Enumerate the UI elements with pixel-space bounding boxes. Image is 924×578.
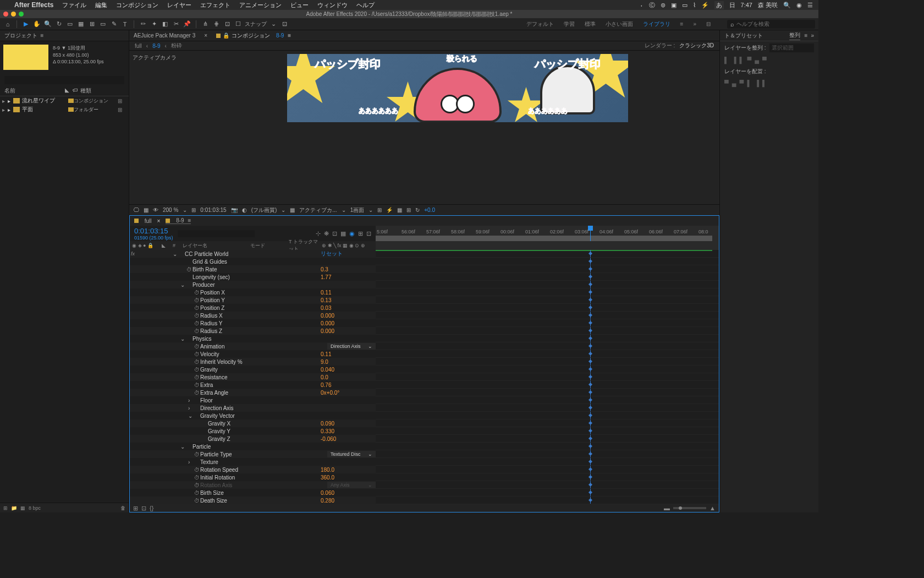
tl-tab-8-9[interactable]: 8-9 ≡ (166, 217, 191, 224)
property-row[interactable]: ›Floor (130, 396, 376, 404)
workspace-overflow-icon[interactable]: » (693, 21, 696, 27)
property-value[interactable]: 9.0 (321, 359, 376, 365)
playhead[interactable] (590, 226, 591, 241)
shape-tool[interactable]: ▭ (98, 20, 107, 29)
exposure-icon[interactable]: ↻ (415, 207, 420, 213)
project-search-input[interactable] (4, 76, 124, 84)
property-row[interactable]: ⏱Radius X0.000 (130, 312, 376, 319)
property-value[interactable]: -0.060 (321, 436, 376, 442)
menu-animation[interactable]: アニメーション (239, 1, 282, 9)
property-row[interactable]: ⌄Physics (130, 335, 376, 342)
workspace-standard[interactable]: 標準 (585, 20, 596, 28)
crumb-full[interactable]: full (135, 43, 142, 49)
interpret-icon[interactable]: ⊞ (3, 505, 8, 511)
property-row[interactable]: ⏱Radius Z0.000 (130, 327, 376, 335)
zoom-out-icon[interactable]: ▬ (664, 505, 670, 511)
dist-hcenter-icon[interactable]: ▐ (755, 80, 759, 86)
trash-icon[interactable]: 🗑 (120, 505, 125, 511)
align-tab[interactable]: 整列 (789, 31, 800, 40)
property-row[interactable]: ⌄Gravity Vector (130, 412, 376, 419)
channel-icon[interactable]: ◐ (242, 207, 247, 213)
mask-icon[interactable]: 👁 (153, 207, 158, 213)
property-row[interactable]: Grid & Guides (130, 258, 376, 265)
timeline-icon[interactable]: ▦ (397, 207, 402, 213)
property-dropdown[interactable]: Textured Disc⌄ (327, 451, 376, 457)
px-aspect-icon[interactable]: ⊞ (377, 207, 382, 213)
effects-presets-tab[interactable]: ト＆プリセット (724, 32, 763, 40)
roto-tool[interactable]: ✂ (172, 20, 180, 29)
panel-toggle-icon[interactable]: ⊟ (706, 21, 711, 27)
property-row[interactable]: Gravity X0.090 (130, 419, 376, 427)
snap-checkbox[interactable]: ☐ (234, 20, 243, 29)
timeline-track-area[interactable] (376, 250, 719, 504)
property-value[interactable]: 0.13 (321, 297, 376, 303)
property-row[interactable]: ›Texture (130, 458, 376, 466)
property-value[interactable]: 0.040 (321, 367, 376, 373)
property-value[interactable]: 0.11 (321, 351, 376, 357)
pan-behind-tool[interactable]: ⊞ (87, 20, 96, 29)
project-thumbnail[interactable] (3, 45, 48, 70)
property-value[interactable]: 180.0 (321, 467, 376, 473)
graph-editor-icon[interactable]: ⊞ (358, 230, 363, 237)
menu-effect[interactable]: エフェクト (200, 1, 230, 9)
brain-icon[interactable]: ⊡ (366, 230, 371, 237)
snap-opts-icon[interactable]: ⌄ (269, 20, 278, 29)
property-row[interactable]: ⏱Death Size0.280 (130, 497, 376, 504)
workspace-learn[interactable]: 学習 (564, 20, 575, 28)
timeline-ruler[interactable]: 5:06f56:06f57:06f58:06f59:06f00:06f01:06… (376, 226, 719, 241)
property-row[interactable]: ⏱Birth Rate0.3 (130, 265, 376, 273)
property-row[interactable]: Gravity Y0.330 (130, 427, 376, 435)
help-search[interactable]: ⌕ (727, 20, 815, 29)
resolution[interactable]: (フル画質) (251, 206, 277, 214)
menu-composition[interactable]: コンポジション (116, 1, 158, 9)
close-window[interactable] (3, 12, 8, 17)
align-center-h-icon[interactable]: ▐ (732, 57, 736, 63)
workspace-default[interactable]: デフォルト (526, 20, 554, 28)
property-value[interactable]: 0.76 (321, 382, 376, 388)
pen-tool[interactable]: ✎ (109, 20, 118, 29)
crumb-shatter[interactable]: 粉砕 (171, 42, 182, 50)
zoom-window[interactable] (19, 12, 24, 17)
cc-icon[interactable]: Ⓒ (649, 1, 655, 9)
property-row[interactable]: ⏱Resistance0.0 (130, 373, 376, 381)
crumb-8-9[interactable]: 8-9 (152, 43, 160, 49)
notifications-icon[interactable]: ☰ (807, 2, 813, 9)
frame-blend-icon[interactable]: ▦ (340, 230, 346, 237)
property-value[interactable]: 0x+0.0° (321, 390, 376, 396)
workspace-small[interactable]: 小さい画面 (606, 20, 633, 28)
property-value[interactable]: リセット (321, 250, 376, 258)
property-row[interactable]: ⏱Position X0.11 (130, 288, 376, 296)
property-row[interactable]: ⏱Radius Y0.000 (130, 319, 376, 327)
toggle-modes-icon[interactable]: ⊡ (141, 505, 146, 512)
brush-tool[interactable]: ✏ (139, 20, 147, 29)
selection-tool[interactable]: ▶ (21, 20, 30, 29)
rotation-tool[interactable]: ▭ (65, 20, 74, 29)
menu-view[interactable]: ビュー (290, 1, 309, 9)
workspace-menu-icon[interactable]: ≡ (680, 21, 684, 27)
property-value[interactable]: 0.280 (321, 498, 376, 504)
menu-window[interactable]: ウィンドウ (317, 1, 348, 9)
comp-flowchart-icon[interactable]: ⊹ (316, 230, 321, 237)
align-left-icon[interactable]: ▌ (724, 57, 729, 63)
view-count[interactable]: 1画面 (350, 206, 365, 214)
minimize-window[interactable] (11, 12, 16, 17)
timeline-property-rows[interactable]: fx⌄CC Particle WorldリセットGrid & Guides⏱Bi… (130, 250, 376, 504)
property-row[interactable]: ⌄Producer (130, 281, 376, 288)
property-row[interactable]: ⏱AnimationDirection Axis⌄ (130, 342, 376, 350)
workspace-library[interactable]: ライブラリ (643, 20, 670, 28)
property-row[interactable]: ⏱Position Y0.13 (130, 296, 376, 304)
grid-icon[interactable]: ▦ (144, 207, 148, 213)
dropbox-icon[interactable]: ⬪ (640, 2, 644, 8)
hide-shy-icon[interactable]: ⊡ (332, 230, 337, 237)
wifi-icon[interactable]: ⌇ (693, 2, 696, 9)
property-value[interactable]: 0.03 (321, 305, 376, 311)
tl-tab-full[interactable]: full (134, 218, 152, 224)
property-row[interactable]: ⏱Birth Size0.060 (130, 489, 376, 497)
align-bottom-icon[interactable]: ▀ (762, 57, 767, 63)
bpc-label[interactable]: 8 bpc (29, 505, 41, 511)
property-row[interactable]: fx⌄CC Particle Worldリセット (130, 250, 376, 258)
fast-preview-icon[interactable]: ⚡ (386, 207, 393, 213)
property-value[interactable]: 0.090 (321, 421, 376, 427)
exposure-value[interactable]: +0.0 (424, 207, 435, 213)
property-row[interactable]: ⏱Position Z0.03 (130, 304, 376, 312)
